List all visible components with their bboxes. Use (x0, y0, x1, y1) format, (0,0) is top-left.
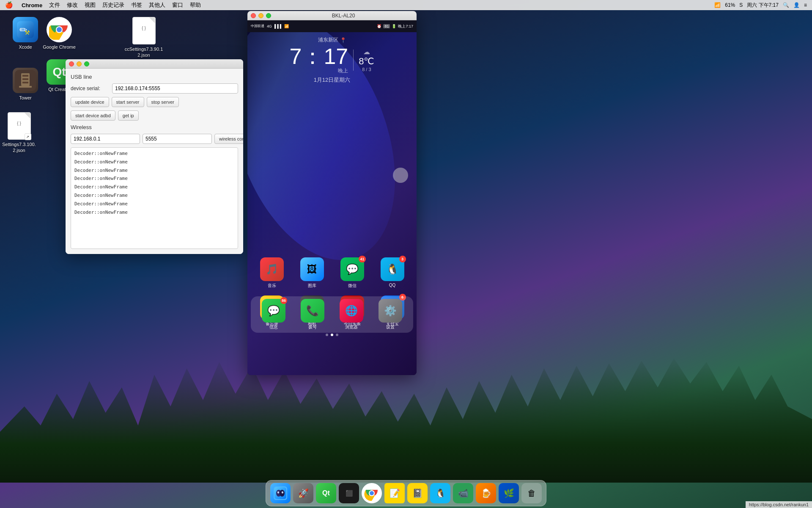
svg-rect-12 (19, 86, 32, 88)
app-music[interactable]: 🎵 音乐 (257, 257, 287, 289)
adb-titlebar (66, 59, 243, 69)
phone-time-period: 晚上 (338, 67, 348, 75)
log-area[interactable]: Decoder::onNewFrame Decoder::onNewFrame … (71, 147, 238, 249)
menubar-view[interactable]: 视图 (85, 1, 96, 9)
app-wechat[interactable]: 💬 41 微信 (337, 257, 368, 289)
app-gallery[interactable]: 🖼 图库 (297, 257, 327, 289)
dock-settings[interactable]: ⚙️ 设置 (375, 299, 406, 330)
qq-badge: 3 (399, 256, 406, 262)
wireless-ip-input[interactable] (71, 134, 140, 144)
svg-rect-11 (22, 82, 28, 83)
phone-weather-sub: 8 / 3 (362, 67, 371, 72)
menubar-others[interactable]: 其他人 (149, 1, 165, 9)
menubar-app-name[interactable]: Chrome (22, 2, 42, 8)
dock-messages[interactable]: 💬 86 信息 (258, 299, 289, 330)
messages-icon: 💬 86 (262, 299, 285, 323)
desktop-icon-xcode[interactable]: ✏ ⚒ Xcode (8, 17, 42, 50)
wechat-icon: 💬 41 (340, 257, 364, 281)
desktop-icon-tower[interactable]: Tower (8, 68, 42, 101)
dock-qq[interactable]: 🐧 (430, 483, 450, 503)
dock-trash[interactable]: 🗑 (521, 483, 542, 503)
wireless-connect-button[interactable]: wireless connect (214, 134, 243, 144)
svg-text:⚒: ⚒ (25, 29, 30, 36)
svg-point-23 (370, 491, 374, 495)
gallery-label: 图库 (308, 283, 316, 289)
start-adbd-button[interactable]: start device adbd (71, 110, 115, 121)
phone-location: 浦东新区 📍 (318, 36, 346, 44)
phone-close-button[interactable] (251, 13, 256, 18)
get-ip-button[interactable]: get ip (118, 110, 139, 121)
dock-finder[interactable] (270, 483, 291, 503)
dock-phone[interactable]: 📞 拨号 (297, 299, 328, 330)
settings-file-icon: { } ↗ (8, 112, 31, 140)
menubar-window[interactable]: 窗口 (172, 1, 183, 9)
update-device-button[interactable]: update device (71, 97, 109, 107)
menubar-file[interactable]: 文件 (49, 1, 60, 9)
tower-label: Tower (19, 95, 31, 101)
phone-dock: 💬 86 信息 📞 拨号 🌐 (251, 296, 413, 333)
qq-label: QQ (389, 283, 396, 287)
dock-bottle[interactable]: 🍺 (476, 483, 496, 503)
settings-file-label: Settings7.3.100. 2.json (2, 141, 36, 154)
mac-dock: 🚀 Qt ⬛ 📝 📓 🐧 📹 🍺 🌿 🗑 (266, 480, 546, 506)
dock-qt[interactable]: Qt (316, 483, 336, 503)
floating-ball[interactable] (393, 168, 408, 183)
settings-icon: ⚙️ (379, 299, 402, 323)
music-icon: 🎵 (260, 257, 284, 281)
svg-rect-10 (22, 78, 28, 80)
window-close-button[interactable] (69, 61, 74, 66)
menubar-history[interactable]: 历史记录 (102, 1, 124, 9)
menubar-bookmarks[interactable]: 书签 (131, 1, 142, 9)
menubar-help[interactable]: 帮助 (190, 1, 201, 9)
dock-launchpad[interactable]: 🚀 (293, 483, 313, 503)
start-server-button[interactable]: start server (112, 97, 144, 107)
app-row-1: 🎵 音乐 🖼 图库 💬 41 (252, 257, 412, 289)
dock-browser[interactable]: 🌐 浏览器 (336, 299, 367, 330)
phone-maximize-button[interactable] (266, 13, 271, 18)
menubar-sougou-icon[interactable]: S (739, 2, 743, 8)
wechat-label: 微信 (348, 283, 357, 289)
desktop-icon-settings-file[interactable]: { } ↗ Settings7.3.100. 2.json (0, 112, 38, 154)
phone-battery-percent: 81 (383, 24, 390, 28)
menubar-edit[interactable]: 修改 (67, 1, 78, 9)
dock-terminal[interactable]: ⬛ (339, 483, 359, 503)
window-minimize-button[interactable] (77, 61, 82, 66)
menubar-user-icon[interactable]: 👤 (793, 2, 800, 8)
window-maximize-button[interactable] (84, 61, 89, 66)
dock-facetime[interactable]: 📹 (453, 483, 473, 503)
chrome-icon (47, 17, 72, 42)
apple-menu[interactable]: 🍎 (5, 1, 13, 9)
stop-server-button[interactable]: stop server (147, 97, 179, 107)
dot-2 (331, 334, 333, 336)
log-line-6: Decoder::onNewFrame (74, 191, 234, 200)
dot-1 (326, 334, 328, 336)
svg-point-6 (57, 27, 62, 32)
svg-point-19 (278, 492, 279, 493)
device-serial-input[interactable] (112, 83, 238, 94)
dock-chrome[interactable] (362, 483, 382, 503)
menubar-wifi-icon[interactable]: 📶 (714, 2, 721, 8)
menubar-control-icon[interactable]: ≡ (804, 2, 807, 8)
dot-3 (336, 334, 338, 336)
adb-window: USB line device serial: update device st… (66, 59, 243, 254)
dock-stickies[interactable]: 📝 (384, 483, 405, 503)
menubar-search-icon[interactable]: 🔍 (783, 2, 789, 8)
log-line-2: Decoder::onNewFrame (74, 158, 234, 166)
wireless-section-label: Wireless (71, 124, 238, 130)
desktop-icon-chrome[interactable]: Google Chrome (42, 17, 76, 50)
phone-time: 7：17 (289, 45, 348, 67)
browser-icon: 🌐 (340, 299, 363, 323)
wireless-port-input[interactable] (143, 134, 212, 144)
phone-date: 1月12日星期六 (314, 76, 351, 84)
qq-icon: 🐧 3 (381, 257, 404, 281)
app-qq[interactable]: 🐧 3 QQ (377, 257, 408, 289)
ccsettings-icon: { } (132, 17, 156, 44)
desktop-icon-ccsettings[interactable]: { } ccSettings7.3.90.1 2.json (125, 17, 163, 58)
phone-minimize-button[interactable] (258, 13, 263, 18)
phone-network: 4G (267, 24, 272, 28)
dock-sourcetree[interactable]: 🌿 (499, 483, 519, 503)
phone-app-label: 拨号 (308, 324, 317, 330)
dock-notes[interactable]: 📓 (407, 483, 428, 503)
menubar-battery: 61% (725, 2, 735, 8)
phone-info-area: 浦东新区 📍 7：17 晚上 ☁ 8℃ 8 / 3 (247, 36, 417, 84)
